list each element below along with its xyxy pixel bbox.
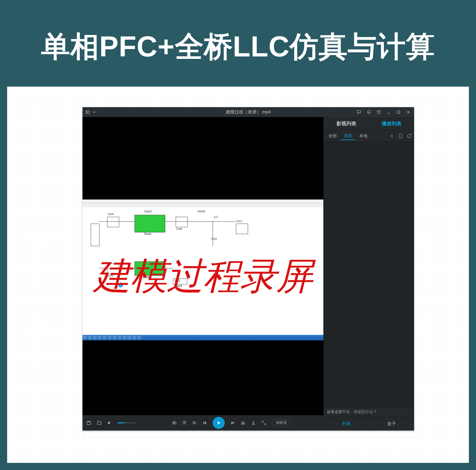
play-button[interactable] [213,417,225,429]
new-file-icon[interactable] [398,133,403,138]
cm6-block [176,217,188,227]
svg-marker-22 [218,421,220,425]
bell-icon[interactable] [366,110,371,115]
goto5-label: Goto5 [198,210,205,213]
sidebar-primary-tabs: 影视列表 播放列表 [324,117,414,130]
chevron-down-icon[interactable] [92,110,97,115]
bottom-tab-list[interactable]: 列表 [324,417,369,431]
eye-icon[interactable] [172,420,177,425]
promo-text[interactable]: 趁着老婆不在，你还忍什么？ [324,407,414,417]
library-icon[interactable] [86,420,91,425]
comment-icon[interactable] [357,110,361,115]
subtab-local[interactable]: 本地 [357,132,370,140]
svg-marker-23 [231,421,233,425]
next-track-icon[interactable] [230,420,235,425]
lr1-label: Lr1 [214,215,218,218]
sidebar-bottom-tabs: 列表 盒子 [324,417,414,431]
svg-rect-4 [397,111,400,113]
close-icon[interactable] [406,110,411,115]
cm4-label: Cm4 [108,213,113,216]
cm4-block [107,217,119,227]
diode-label: Diode [144,232,151,235]
banner-title: 单相PFC+全桥LLC仿真与计算 [41,28,435,66]
goto3-label: Goto3 [144,210,152,213]
playlist-body [324,142,414,407]
prev-track-icon[interactable] [202,420,207,425]
tab-playlist[interactable]: 播放列表 [369,117,414,130]
media-player-window: 建模过程（录屏）.mp4 [82,107,414,431]
add-icon[interactable] [389,133,394,138]
content-panel: 建模过程（录屏）.mp4 [7,87,469,463]
fullscreen-icon[interactable] [261,420,266,425]
simulink-screenshot: Cm4 Goto3 Diode Goto5 Cm6 Lr1 Cin1 Cm [82,200,323,340]
goto4-label: Goto4 [175,284,182,287]
settings-sliders-icon[interactable] [192,420,197,425]
danmu-toggle[interactable]: 弹 [182,420,186,426]
app-menu-icon[interactable] [85,110,90,115]
diode1-label: Diode1 [143,276,152,279]
volume-slider[interactable] [118,422,137,423]
diode-block [135,215,165,232]
open-folder-icon[interactable] [97,420,102,425]
maximize-icon[interactable] [396,110,401,115]
subtab-online[interactable]: 在线 [341,132,355,140]
svg-rect-0 [86,111,89,113]
svg-rect-13 [87,422,91,425]
video-frame: Cm4 Goto3 Diode Goto5 Cm6 Lr1 Cin1 Cm [82,117,323,423]
banner: 单相PFC+全桥LLC仿真与计算 [7,7,469,87]
svg-point-15 [173,422,175,424]
cursor-highlight-dot [118,283,123,287]
cm6-label: Cm6 [176,227,182,230]
transformer-block [91,224,99,246]
cm7-label: Cm7 [236,220,242,223]
cm5-label: Cm5 [108,274,113,277]
svg-rect-2 [357,111,361,113]
svg-point-18 [193,422,194,423]
quality-button[interactable]: 清晰度 [272,419,290,426]
svg-rect-21 [203,421,204,425]
skin-icon[interactable] [376,110,381,115]
refresh-icon[interactable] [407,133,412,138]
subtab-all[interactable]: 全部 [326,132,340,140]
windows-taskbar [82,335,323,340]
tab-movies[interactable]: 影视列表 [324,117,369,130]
download-icon[interactable] [251,420,256,425]
svg-marker-20 [204,421,206,425]
minimize-icon[interactable] [386,110,391,115]
svg-marker-14 [108,421,110,425]
snip-icon[interactable] [241,420,246,425]
svg-point-19 [194,423,195,424]
sidebar: 影视列表 播放列表 全部 在线 本地 趁着老婆不在，你 [323,117,414,431]
svg-rect-24 [233,421,234,425]
cm5-block [107,263,119,274]
is2-label: [Is2] [175,279,180,282]
bottom-tab-box[interactable]: 盒子 [369,417,414,431]
video-area[interactable]: Cm4 Goto3 Diode Goto5 Cm6 Lr1 Cin1 Cm [82,117,323,431]
control-bar: 弹 清晰度 [82,415,324,431]
diode1-block [135,261,165,276]
sidebar-secondary-tabs: 全部 在线 本地 [324,130,414,142]
cm7-block [236,224,248,234]
cin1-label: Cin1 [211,237,217,240]
volume-icon[interactable] [107,420,112,425]
titlebar: 建模过程（录屏）.mp4 [82,107,414,117]
